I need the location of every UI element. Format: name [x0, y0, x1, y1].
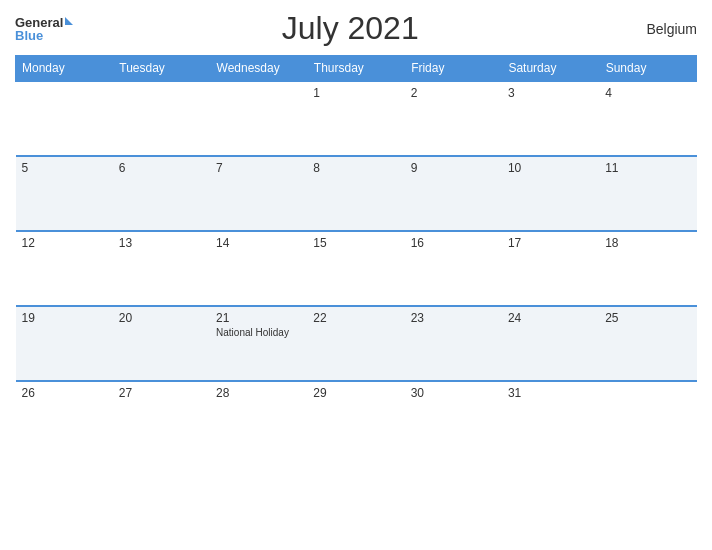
- day-number: 19: [22, 311, 107, 325]
- day-number: 20: [119, 311, 204, 325]
- weekday-saturday: Saturday: [502, 56, 599, 82]
- calendar-day-cell: 24: [502, 306, 599, 381]
- calendar-day-cell: 14: [210, 231, 307, 306]
- day-number: 23: [411, 311, 496, 325]
- day-number: 27: [119, 386, 204, 400]
- day-number: 6: [119, 161, 204, 175]
- calendar-day-cell: 16: [405, 231, 502, 306]
- calendar-day-cell: 3: [502, 81, 599, 156]
- day-number: 12: [22, 236, 107, 250]
- calendar-week-row: 262728293031: [16, 381, 697, 456]
- calendar-header: General Blue July 2021 Belgium: [15, 10, 697, 47]
- weekday-header-row: Monday Tuesday Wednesday Thursday Friday…: [16, 56, 697, 82]
- calendar-grid: Monday Tuesday Wednesday Thursday Friday…: [15, 55, 697, 456]
- calendar-day-cell: 1: [307, 81, 404, 156]
- calendar-day-cell: 31: [502, 381, 599, 456]
- weekday-tuesday: Tuesday: [113, 56, 210, 82]
- calendar-week-row: 567891011: [16, 156, 697, 231]
- day-number: 29: [313, 386, 398, 400]
- calendar-day-cell: 19: [16, 306, 113, 381]
- calendar-day-cell: 22: [307, 306, 404, 381]
- calendar-day-cell: 27: [113, 381, 210, 456]
- weekday-sunday: Sunday: [599, 56, 696, 82]
- day-number: 11: [605, 161, 690, 175]
- calendar-day-cell: 28: [210, 381, 307, 456]
- calendar-week-row: 12131415161718: [16, 231, 697, 306]
- day-number: 25: [605, 311, 690, 325]
- day-number: 10: [508, 161, 593, 175]
- calendar-day-cell: 5: [16, 156, 113, 231]
- weekday-monday: Monday: [16, 56, 113, 82]
- day-number: 8: [313, 161, 398, 175]
- month-title: July 2021: [73, 10, 627, 47]
- weekday-wednesday: Wednesday: [210, 56, 307, 82]
- calendar-day-cell: 7: [210, 156, 307, 231]
- calendar-day-cell: 21National Holiday: [210, 306, 307, 381]
- day-event-label: National Holiday: [216, 327, 301, 338]
- calendar-day-cell: 9: [405, 156, 502, 231]
- day-number: 18: [605, 236, 690, 250]
- calendar-day-cell: 11: [599, 156, 696, 231]
- calendar-day-cell: [113, 81, 210, 156]
- calendar-day-cell: 4: [599, 81, 696, 156]
- calendar-day-cell: 23: [405, 306, 502, 381]
- day-number: 21: [216, 311, 301, 325]
- calendar-day-cell: [599, 381, 696, 456]
- day-number: 30: [411, 386, 496, 400]
- calendar-day-cell: 17: [502, 231, 599, 306]
- logo-blue-text: Blue: [15, 29, 43, 42]
- calendar-day-cell: 8: [307, 156, 404, 231]
- day-number: 17: [508, 236, 593, 250]
- day-number: 26: [22, 386, 107, 400]
- calendar-day-cell: 15: [307, 231, 404, 306]
- day-number: 14: [216, 236, 301, 250]
- weekday-thursday: Thursday: [307, 56, 404, 82]
- day-number: 4: [605, 86, 690, 100]
- calendar-day-cell: 26: [16, 381, 113, 456]
- day-number: 1: [313, 86, 398, 100]
- day-number: 31: [508, 386, 593, 400]
- calendar-day-cell: 2: [405, 81, 502, 156]
- calendar-day-cell: [210, 81, 307, 156]
- day-number: 24: [508, 311, 593, 325]
- day-number: 7: [216, 161, 301, 175]
- day-number: 15: [313, 236, 398, 250]
- calendar-day-cell: 25: [599, 306, 696, 381]
- calendar-week-row: 1234: [16, 81, 697, 156]
- logo-general-text: General: [15, 16, 63, 29]
- logo: General Blue: [15, 16, 73, 42]
- day-number: 3: [508, 86, 593, 100]
- calendar-day-cell: 30: [405, 381, 502, 456]
- calendar-day-cell: 6: [113, 156, 210, 231]
- calendar-week-row: 192021National Holiday22232425: [16, 306, 697, 381]
- calendar-day-cell: 20: [113, 306, 210, 381]
- calendar-day-cell: 12: [16, 231, 113, 306]
- day-number: 13: [119, 236, 204, 250]
- calendar-day-cell: 18: [599, 231, 696, 306]
- calendar-day-cell: [16, 81, 113, 156]
- day-number: 2: [411, 86, 496, 100]
- calendar-container: General Blue July 2021 Belgium Monday Tu…: [0, 0, 712, 550]
- day-number: 5: [22, 161, 107, 175]
- calendar-day-cell: 13: [113, 231, 210, 306]
- weekday-friday: Friday: [405, 56, 502, 82]
- day-number: 28: [216, 386, 301, 400]
- calendar-day-cell: 29: [307, 381, 404, 456]
- day-number: 9: [411, 161, 496, 175]
- calendar-day-cell: 10: [502, 156, 599, 231]
- day-number: 16: [411, 236, 496, 250]
- country-label: Belgium: [627, 21, 697, 37]
- logo-triangle-icon: [65, 17, 73, 25]
- day-number: 22: [313, 311, 398, 325]
